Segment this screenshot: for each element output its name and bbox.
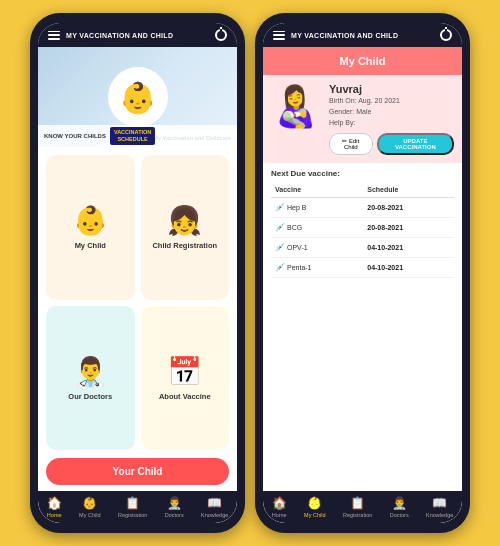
vaccine-name: 💉Hep B xyxy=(271,197,363,217)
child-gender: Gender: Male xyxy=(329,106,454,117)
knowledge-nav-icon-2: 📖 xyxy=(432,496,447,510)
nav-label-home-2: Home xyxy=(272,512,287,518)
bottom-nav-1: 🏠 Home 👶 My Child 📋 Registration 👨‍⚕️ Do… xyxy=(38,491,237,523)
doctors-nav-icon: 👨‍⚕️ xyxy=(167,496,182,510)
nav-label-doctors-1: Doctors xyxy=(165,512,184,518)
next-due-label: Next Due vaccine: xyxy=(271,169,454,178)
nav-label-knowledge-1: Knowledge xyxy=(201,512,228,518)
nav-mychild-2[interactable]: 👶 My Child xyxy=(304,496,325,518)
child-info: Yuvraj Birth On: Aug. 20 2021 Gender: Ma… xyxy=(329,83,454,155)
nav-knowledge-1[interactable]: 📖 Knowledge xyxy=(201,496,228,518)
vaccine-icon: 📅 xyxy=(167,355,202,388)
table-row: 💉Penta-104-10-2021 xyxy=(271,257,454,277)
nav-label-knowledge-2: Knowledge xyxy=(426,512,453,518)
vaccine-date: 04-10-2021 xyxy=(363,237,454,257)
power-icon-2[interactable] xyxy=(440,29,452,41)
know-banner: KNOW YOUR CHILDS VACCINATION SCHEDULE xyxy=(38,125,237,147)
header-title-1: MY VACCINATION AND CHILD xyxy=(66,32,209,39)
nav-label-home-1: Home xyxy=(47,512,62,518)
menu-label-doctors: Our Doctors xyxy=(68,392,112,401)
header-title-2: MY VACCINATION AND CHILD xyxy=(291,32,434,39)
menu-item-child-reg[interactable]: 👧 Child Registration xyxy=(141,155,230,300)
nav-label-reg-1: Registration xyxy=(118,512,147,518)
vaccine-date: 04-10-2021 xyxy=(363,257,454,277)
vaccine-table: Vaccine Schedule 💉Hep B20-08-2021💉BCG20-… xyxy=(271,182,454,278)
nav-reg-2[interactable]: 📋 Registration xyxy=(343,496,372,518)
my-child-icon: 👶 xyxy=(73,204,108,237)
vaccine-date: 20-08-2021 xyxy=(363,197,454,217)
your-child-button[interactable]: Your Child xyxy=(46,458,229,485)
knowledge-nav-icon: 📖 xyxy=(207,496,222,510)
menu-item-vaccine[interactable]: 📅 About Vaccine xyxy=(141,306,230,451)
know-text: KNOW YOUR CHILDS xyxy=(44,133,106,139)
reg-nav-icon-2: 📋 xyxy=(350,496,365,510)
nav-doctors-2[interactable]: 👨‍⚕️ Doctors xyxy=(390,496,409,518)
mychild-nav-icon-2: 👶 xyxy=(307,496,322,510)
hamburger-icon[interactable] xyxy=(48,31,60,40)
vaccine-section: Next Due vaccine: Vaccine Schedule 💉Hep … xyxy=(263,163,462,491)
nav-mychild-1[interactable]: 👶 My Child xyxy=(79,496,100,518)
child-name: Yuvraj xyxy=(329,83,454,95)
menu-label-vaccine: About Vaccine xyxy=(159,392,211,401)
doctors-icon: 👨‍⚕️ xyxy=(73,355,108,388)
nav-label-mychild-2: My Child xyxy=(304,512,325,518)
vacc-badge: VACCINATION SCHEDULE xyxy=(110,127,155,145)
child-reg-icon: 👧 xyxy=(167,204,202,237)
child-avatar-emoji: 👩‍🍼 xyxy=(271,83,321,130)
edit-child-button[interactable]: ✏ Edit Child xyxy=(329,133,373,155)
child-help: Help By: xyxy=(329,117,454,128)
vaccine-name: 💉OPV-1 xyxy=(271,237,363,257)
baby-avatar: 👶 xyxy=(108,67,168,127)
menu-item-my-child[interactable]: 👶 My Child xyxy=(46,155,135,300)
nav-knowledge-2[interactable]: 📖 Knowledge xyxy=(426,496,453,518)
phone-1-screen: MY VACCINATION AND CHILD 👶 ❤ My Vaccinat… xyxy=(38,23,237,523)
nav-label-reg-2: Registration xyxy=(343,512,372,518)
vacc-line1: VACCINATION xyxy=(114,129,151,136)
col-schedule-header: Schedule xyxy=(363,182,454,198)
doctors-nav-icon-2: 👨‍⚕️ xyxy=(392,496,407,510)
nav-label-mychild-1: My Child xyxy=(79,512,100,518)
child-birth: Birth On: Aug. 20 2021 xyxy=(329,95,454,106)
menu-item-doctors[interactable]: 👨‍⚕️ Our Doctors xyxy=(46,306,135,451)
my-child-tab-header: My Child xyxy=(263,47,462,75)
nav-home-2[interactable]: 🏠 Home xyxy=(272,496,287,518)
vaccine-name: 💉BCG xyxy=(271,217,363,237)
col-vaccine-header: Vaccine xyxy=(271,182,363,198)
vaccine-date: 20-08-2021 xyxy=(363,217,454,237)
bottom-nav-2: 🏠 Home 👶 My Child 📋 Registration 👨‍⚕️ Do… xyxy=(263,491,462,523)
phones-container: MY VACCINATION AND CHILD 👶 ❤ My Vaccinat… xyxy=(20,3,480,543)
vaccine-name: 💉Penta-1 xyxy=(271,257,363,277)
reg-nav-icon: 📋 xyxy=(125,496,140,510)
child-actions: ✏ Edit Child UPDATE VACCINATION xyxy=(329,133,454,155)
table-row: 💉BCG20-08-2021 xyxy=(271,217,454,237)
table-row: 💉Hep B20-08-2021 xyxy=(271,197,454,217)
nav-label-doctors-2: Doctors xyxy=(390,512,409,518)
nav-doctors-1[interactable]: 👨‍⚕️ Doctors xyxy=(165,496,184,518)
child-profile-section: 👩‍🍼 Yuvraj Birth On: Aug. 20 2021 Gender… xyxy=(263,75,462,163)
nav-reg-1[interactable]: 📋 Registration xyxy=(118,496,147,518)
table-row: 💉OPV-104-10-2021 xyxy=(271,237,454,257)
nav-home-1[interactable]: 🏠 Home xyxy=(47,496,62,518)
phone-2-screen: MY VACCINATION AND CHILD My Child 👩‍🍼 Yu… xyxy=(263,23,462,523)
app-header-2: MY VACCINATION AND CHILD xyxy=(263,23,462,47)
hero-section: 👶 ❤ My Vaccination and Childcare KNOW YO… xyxy=(38,47,237,147)
home-nav-icon: 🏠 xyxy=(47,496,62,510)
menu-grid: 👶 My Child 👧 Child Registration 👨‍⚕️ Our… xyxy=(38,147,237,458)
phone-1: MY VACCINATION AND CHILD 👶 ❤ My Vaccinat… xyxy=(30,13,245,533)
mychild-nav-icon: 👶 xyxy=(82,496,97,510)
hamburger-icon-2[interactable] xyxy=(273,31,285,40)
update-vaccination-button[interactable]: UPDATE VACCINATION xyxy=(377,133,454,155)
phone-2: MY VACCINATION AND CHILD My Child 👩‍🍼 Yu… xyxy=(255,13,470,533)
app-header-1: MY VACCINATION AND CHILD xyxy=(38,23,237,47)
home-nav-icon-2: 🏠 xyxy=(272,496,287,510)
power-icon-1[interactable] xyxy=(215,29,227,41)
vacc-line2: SCHEDULE xyxy=(114,136,151,143)
menu-label-my-child: My Child xyxy=(75,241,106,250)
menu-label-child-reg: Child Registration xyxy=(152,241,217,250)
